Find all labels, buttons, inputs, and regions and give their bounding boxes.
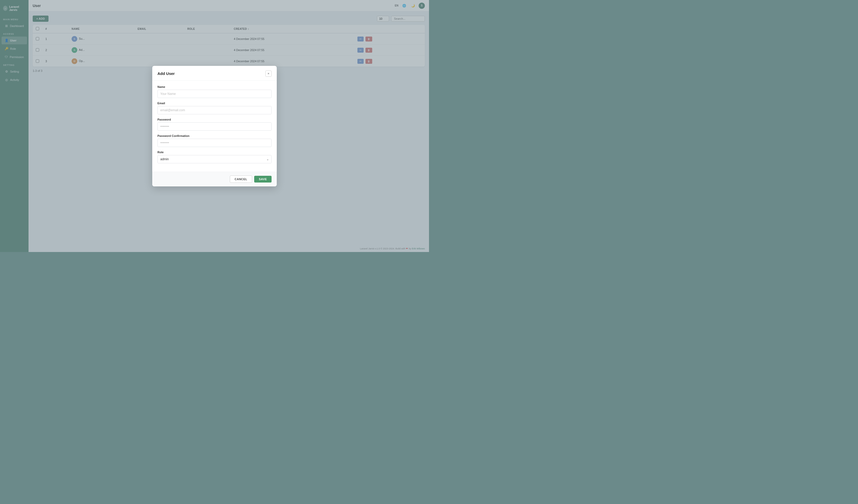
add-user-modal: Add User × Name Email Password Password … bbox=[152, 66, 277, 186]
password-confirm-field-group: Password Confirmation bbox=[157, 134, 272, 147]
modal-title: Add User bbox=[157, 71, 175, 76]
name-input[interactable] bbox=[157, 90, 272, 98]
role-select[interactable]: admin user operator bbox=[157, 155, 272, 163]
role-label: Role bbox=[157, 151, 272, 154]
modal-header: Add User × bbox=[152, 66, 277, 81]
email-field-group: Email bbox=[157, 102, 272, 114]
modal-body: Name Email Password Password Confirmatio… bbox=[152, 81, 277, 172]
name-label: Name bbox=[157, 85, 272, 88]
save-button[interactable]: SAVE bbox=[254, 176, 272, 182]
password-label: Password bbox=[157, 118, 272, 121]
email-label: Email bbox=[157, 102, 272, 105]
modal-overlay[interactable]: Add User × Name Email Password Password … bbox=[0, 0, 429, 252]
cancel-button[interactable]: CANCEL bbox=[230, 176, 252, 183]
email-input[interactable] bbox=[157, 106, 272, 114]
password-confirm-input[interactable] bbox=[157, 139, 272, 147]
modal-close-button[interactable]: × bbox=[265, 70, 272, 77]
name-field-group: Name bbox=[157, 85, 272, 98]
password-field-group: Password bbox=[157, 118, 272, 131]
modal-footer: CANCEL SAVE bbox=[152, 172, 277, 186]
role-select-wrapper: admin user operator ⌄ bbox=[157, 155, 272, 163]
role-field-group: Role admin user operator ⌄ bbox=[157, 151, 272, 163]
password-confirm-label: Password Confirmation bbox=[157, 134, 272, 137]
password-input[interactable] bbox=[157, 123, 272, 131]
